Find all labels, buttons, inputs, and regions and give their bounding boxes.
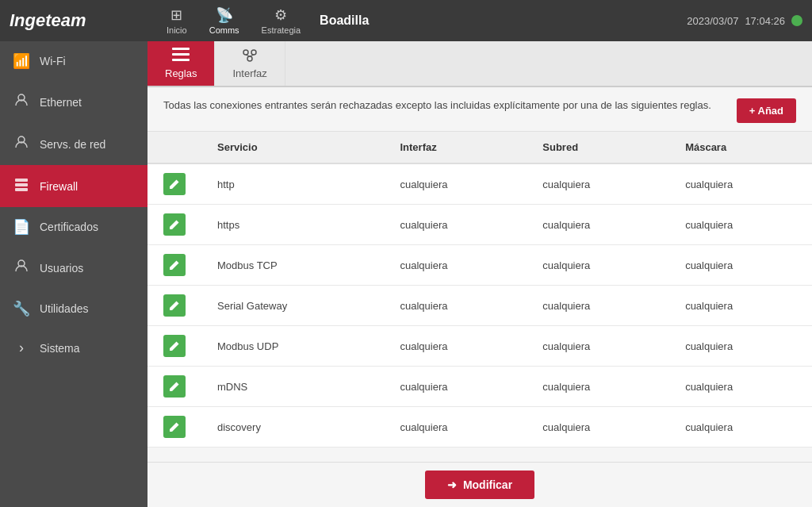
sidebar-item-firewall[interactable]: Firewall	[0, 165, 147, 207]
svg-rect-8	[172, 59, 190, 61]
svg-rect-4	[15, 188, 28, 191]
wifi-icon: 📶	[13, 52, 30, 70]
table-row: discovery cualquiera cualquiera cualquie…	[147, 407, 812, 447]
interfaz-cell-5: cualquiera	[384, 367, 527, 407]
sidebar-servs-red-label: Servs. de red	[40, 138, 105, 151]
sistema-icon: ›	[13, 340, 30, 356]
subred-cell-0: cualquiera	[527, 163, 669, 205]
table-body: http cualquiera cualquiera cualquiera ht…	[147, 163, 812, 447]
sidebar: 📶 Wi-Fi Ethernet Servs. de red	[0, 41, 147, 507]
edit-cell-1	[147, 205, 201, 245]
nav-estrategia[interactable]: ⚙ Estrategia	[252, 3, 311, 38]
edit-button-2[interactable]	[163, 254, 186, 276]
sidebar-item-ethernet[interactable]: Ethernet	[0, 81, 147, 123]
firewall-icon	[13, 176, 30, 196]
add-button[interactable]: + Añad	[737, 98, 796, 123]
tab-reglas-label: Reglas	[165, 67, 197, 79]
mascara-cell-4: cualquiera	[669, 326, 812, 367]
nav-comms[interactable]: 📡 Comms	[200, 3, 249, 38]
sidebar-ethernet-label: Ethernet	[40, 96, 82, 109]
servicio-cell-0: http	[201, 163, 384, 205]
edit-cell-3	[147, 286, 201, 326]
sidebar-item-wifi[interactable]: 📶 Wi-Fi	[0, 41, 147, 81]
table-row: Serial Gateway cualquiera cualquiera cua…	[147, 286, 812, 326]
interfaz-cell-6: cualquiera	[384, 407, 527, 447]
date-label: 2023/03/07	[687, 15, 738, 27]
table-row: Modbus UDP cualquiera cualquiera cualqui…	[147, 326, 812, 367]
location-label: Boadilla	[320, 13, 369, 28]
sidebar-item-certificados[interactable]: 📄 Certificados	[0, 207, 147, 247]
table-row: mDNS cualquiera cualquiera cualquiera	[147, 367, 812, 407]
edit-button-1[interactable]	[163, 213, 186, 236]
certificados-icon: 📄	[13, 218, 30, 236]
servicio-cell-2: Modbus TCP	[201, 245, 384, 286]
mascara-cell-2: cualquiera	[669, 245, 812, 286]
col-mascara: Máscara	[669, 132, 812, 163]
sidebar-usuarios-label: Usuarios	[40, 262, 83, 275]
edit-cell-2	[147, 245, 201, 286]
mascara-cell-6: cualquiera	[669, 407, 812, 447]
svg-point-10	[251, 50, 256, 55]
tab-interfaz-label: Interfaz	[232, 67, 266, 79]
modify-icon: ➜	[447, 478, 457, 491]
nav-inicio[interactable]: ⊞ Inicio	[157, 3, 197, 38]
svg-point-9	[243, 50, 248, 55]
svg-rect-7	[172, 53, 190, 56]
interfaz-cell-0: cualquiera	[384, 163, 527, 205]
tabs-bar: Reglas Interfaz	[147, 41, 812, 87]
tab-reglas[interactable]: Reglas	[147, 41, 215, 86]
svg-rect-2	[15, 179, 28, 182]
mascara-cell-5: cualquiera	[669, 367, 812, 407]
nav-estrategia-label: Estrategia	[262, 25, 301, 35]
edit-button-6[interactable]	[163, 416, 186, 438]
subred-cell-6: cualquiera	[527, 407, 669, 447]
edit-cell-4	[147, 326, 201, 367]
modify-label: Modificar	[463, 478, 512, 491]
table-row: https cualquiera cualquiera cualquiera	[147, 205, 812, 245]
content-area: Reglas Interfaz Todas las conexiones ent…	[147, 41, 812, 507]
estrategia-icon: ⚙	[274, 6, 287, 24]
sidebar-item-servs-red[interactable]: Servs. de red	[0, 123, 147, 165]
subred-cell-3: cualquiera	[527, 286, 669, 326]
edit-button-3[interactable]	[163, 294, 186, 317]
edit-cell-6	[147, 407, 201, 447]
edit-button-4[interactable]	[163, 335, 186, 357]
servicio-cell-3: Serial Gateway	[201, 286, 384, 326]
svg-line-13	[250, 55, 254, 56]
datetime: 2023/03/07 17:04:26	[687, 15, 802, 27]
sidebar-sistema-label: Sistema	[40, 342, 80, 355]
subred-cell-2: cualquiera	[527, 245, 669, 286]
subred-cell-5: cualquiera	[527, 367, 669, 407]
servicio-cell-4: Modbus UDP	[201, 326, 384, 367]
topbar: Ingeteam ⊞ Inicio 📡 Comms ⚙ Estrategia B…	[0, 0, 812, 41]
table-row: Modbus TCP cualquiera cualquiera cualqui…	[147, 245, 812, 286]
tab-interfaz[interactable]: Interfaz	[215, 41, 285, 86]
edit-button-0[interactable]	[163, 173, 186, 195]
interfaz-cell-4: cualquiera	[384, 326, 527, 367]
modify-button[interactable]: ➜ Modificar	[425, 471, 534, 499]
edit-cell-0	[147, 163, 201, 205]
servicio-cell-6: discovery	[201, 407, 384, 447]
sidebar-wifi-label: Wi-Fi	[40, 55, 66, 67]
table-row: http cualquiera cualquiera cualquiera	[147, 163, 812, 205]
main-layout: 📶 Wi-Fi Ethernet Servs. de red	[0, 41, 812, 507]
subred-cell-4: cualquiera	[527, 326, 669, 367]
time-label: 17:04:26	[745, 15, 785, 27]
reglas-tab-icon	[172, 48, 190, 66]
sidebar-certificados-label: Certificados	[40, 221, 98, 233]
inicio-icon: ⊞	[170, 6, 182, 24]
servs-red-icon	[13, 134, 30, 154]
logo: Ingeteam	[10, 10, 157, 31]
svg-rect-3	[15, 183, 28, 186]
sidebar-item-sistema[interactable]: › Sistema	[0, 328, 147, 367]
sidebar-firewall-label: Firewall	[40, 180, 78, 193]
col-edit	[147, 132, 201, 163]
subred-cell-1: cualquiera	[527, 205, 669, 245]
sidebar-item-usuarios[interactable]: Usuarios	[0, 247, 147, 289]
sidebar-item-utilidades[interactable]: 🔧 Utilidades	[0, 289, 147, 328]
topbar-nav: ⊞ Inicio 📡 Comms ⚙ Estrategia	[157, 3, 310, 38]
edit-button-5[interactable]	[163, 375, 186, 398]
interfaz-tab-icon	[241, 48, 259, 66]
mascara-cell-3: cualquiera	[669, 286, 812, 326]
col-subred: Subred	[527, 132, 669, 163]
